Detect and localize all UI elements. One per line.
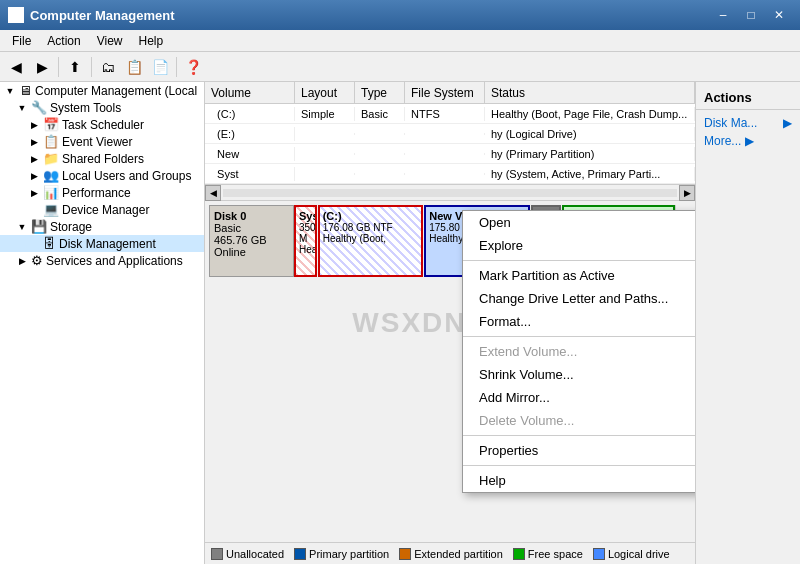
back-button[interactable]: ◀ [4, 55, 28, 79]
tree-event-viewer[interactable]: ▶ 📋 Event Viewer [0, 133, 204, 150]
sidebar-item-device-manager: Device Manager [62, 203, 149, 217]
partition-system[interactable]: Syste 350 M Healt [294, 205, 317, 277]
cell-volume: (C:) [205, 107, 295, 121]
tree-root[interactable]: ▼ 🖥 Computer Management (Local [0, 82, 204, 99]
actions-disk-button[interactable]: Disk Ma... ▶ [696, 114, 800, 132]
tree-system-tools[interactable]: ▼ 🔧 System Tools [0, 99, 204, 116]
col-volume: Volume [205, 82, 295, 103]
help-button[interactable]: ❓ [181, 55, 205, 79]
legend-box-primary [294, 548, 306, 560]
table-row[interactable]: Syst hy (System, Active, Primary Parti..… [205, 164, 695, 184]
actions-disk-label: Disk Ma... [704, 116, 757, 130]
legend-box-free [513, 548, 525, 560]
toolbar-separator-2 [91, 57, 92, 77]
toolbar: ◀ ▶ ⬆ 🗂 📋 📄 ❓ [0, 52, 800, 82]
table-row[interactable]: (E:) hy (Logical Drive) [205, 124, 695, 144]
show-hide-button[interactable]: 🗂 [96, 55, 120, 79]
menu-bar: File Action View Help [0, 30, 800, 52]
ctx-change-drive-letter[interactable]: Change Drive Letter and Paths... [463, 287, 695, 310]
legend-label-unallocated: Unallocated [226, 548, 284, 560]
table-row[interactable]: (C:) Simple Basic NTFS Healthy (Boot, Pa… [205, 104, 695, 124]
ctx-mark-active[interactable]: Mark Partition as Active [463, 264, 695, 287]
disk-type: Basic [214, 222, 289, 234]
tree-local-users[interactable]: ▶ 👥 Local Users and Groups [0, 167, 204, 184]
actions-more-button[interactable]: More... ▶ [696, 132, 800, 150]
sidebar-item-event-viewer: Event Viewer [62, 135, 132, 149]
expand-storage[interactable]: ▼ [16, 221, 28, 233]
expand-task-scheduler[interactable]: ▶ [28, 119, 40, 131]
actions-title: Actions [696, 86, 800, 110]
expand-local-users[interactable]: ▶ [28, 170, 40, 182]
title-buttons[interactable]: – □ ✕ [710, 5, 792, 25]
up-button[interactable]: ⬆ [63, 55, 87, 79]
cell-status: hy (System, Active, Primary Parti... [485, 167, 695, 181]
window-title: Computer Management [30, 8, 174, 23]
ctx-add-mirror[interactable]: Add Mirror... [463, 386, 695, 409]
forward-button[interactable]: ▶ [30, 55, 54, 79]
actions-more-label: More... [704, 134, 741, 148]
maximize-button[interactable]: □ [738, 5, 764, 25]
view-button[interactable]: 📄 [148, 55, 172, 79]
partition-c[interactable]: (C:) 176.08 GB NTF Healthy (Boot, [318, 205, 424, 277]
ctx-properties[interactable]: Properties [463, 439, 695, 462]
legend-unallocated: Unallocated [211, 548, 284, 560]
ctx-format[interactable]: Format... [463, 310, 695, 333]
cell-layout [295, 173, 355, 175]
ctx-shrink-volume[interactable]: Shrink Volume... [463, 363, 695, 386]
ctx-separator-2 [463, 336, 695, 337]
scroll-left-btn[interactable]: ◀ [205, 185, 221, 201]
sidebar-item-storage: Storage [50, 220, 92, 234]
tree-shared-folders[interactable]: ▶ 📁 Shared Folders [0, 150, 204, 167]
cell-volume: (E:) [205, 127, 295, 141]
cell-layout [295, 153, 355, 155]
col-status: Status [485, 82, 695, 103]
disk-size: 465.76 GB [214, 234, 289, 246]
ctx-open[interactable]: Open [463, 211, 695, 234]
cell-status: hy (Primary Partition) [485, 147, 695, 161]
cell-fs: NTFS [405, 107, 485, 121]
table-row[interactable]: New hy (Primary Partition) [205, 144, 695, 164]
menu-view[interactable]: View [89, 32, 131, 50]
tree-disk-management[interactable]: 🗄 Disk Management [0, 235, 204, 252]
left-panel: ▼ 🖥 Computer Management (Local ▼ 🔧 Syste… [0, 82, 205, 564]
expand-event-viewer[interactable]: ▶ [28, 136, 40, 148]
tree-device-manager[interactable]: 💻 Device Manager [0, 201, 204, 218]
ctx-explore[interactable]: Explore [463, 234, 695, 257]
legend-box-extended [399, 548, 411, 560]
tree-storage[interactable]: ▼ 💾 Storage [0, 218, 204, 235]
legend-box-logical [593, 548, 605, 560]
cell-layout: Simple [295, 107, 355, 121]
menu-action[interactable]: Action [39, 32, 88, 50]
expand-performance[interactable]: ▶ [28, 187, 40, 199]
minimize-button[interactable]: – [710, 5, 736, 25]
cell-volume: Syst [205, 167, 295, 181]
sidebar-item-disk-management: Disk Management [59, 237, 156, 251]
disk-table-rows: (C:) Simple Basic NTFS Healthy (Boot, Pa… [205, 104, 695, 185]
actions-panel: Actions Disk Ma... ▶ More... ▶ [695, 82, 800, 564]
expand-shared-folders[interactable]: ▶ [28, 153, 40, 165]
expand-services[interactable]: ▶ [16, 255, 28, 267]
legend-label-primary: Primary partition [309, 548, 389, 560]
horizontal-scrollbar[interactable]: ◀ ▶ [205, 185, 695, 201]
expand-device-manager [28, 204, 40, 216]
ctx-separator-1 [463, 260, 695, 261]
expand-root[interactable]: ▼ [4, 85, 16, 97]
scroll-right-btn[interactable]: ▶ [679, 185, 695, 201]
ctx-extend-volume[interactable]: Extend Volume... [463, 340, 695, 363]
tree-performance[interactable]: ▶ 📊 Performance [0, 184, 204, 201]
main-container: ▼ 🖥 Computer Management (Local ▼ 🔧 Syste… [0, 82, 800, 564]
scroll-track[interactable] [223, 189, 677, 197]
actions-arrow-icon: ▶ [783, 116, 792, 130]
close-button[interactable]: ✕ [766, 5, 792, 25]
properties-button[interactable]: 📋 [122, 55, 146, 79]
menu-file[interactable]: File [4, 32, 39, 50]
ctx-help[interactable]: Help [463, 469, 695, 492]
tree-services[interactable]: ▶ ⚙ Services and Applications [0, 252, 204, 269]
expand-system-tools[interactable]: ▼ [16, 102, 28, 114]
ctx-delete-volume[interactable]: Delete Volume... [463, 409, 695, 432]
tree-task-scheduler[interactable]: ▶ 📅 Task Scheduler [0, 116, 204, 133]
menu-help[interactable]: Help [131, 32, 172, 50]
cell-type [355, 153, 405, 155]
disk-status: Online [214, 246, 289, 258]
legend-bar: Unallocated Primary partition Extended p… [205, 542, 695, 564]
